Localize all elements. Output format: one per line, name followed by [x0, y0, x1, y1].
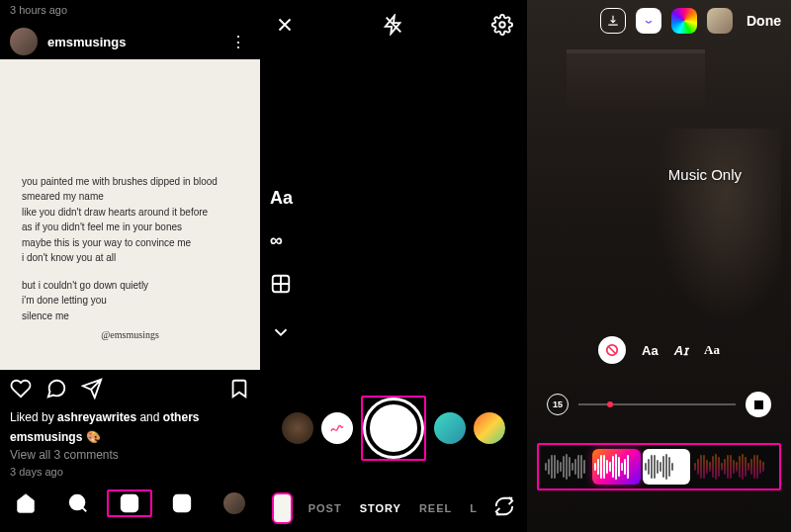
playback-row: 15 — [527, 392, 791, 417]
post-header: emsmusings ⋮ — [0, 24, 260, 59]
lyric-style-b[interactable]: Aɪ — [674, 343, 688, 358]
author-avatar[interactable] — [10, 28, 38, 55]
wave-segment-future[interactable] — [692, 449, 775, 485]
post-actions — [0, 370, 260, 407]
lyric-style-c[interactable]: Aa — [704, 342, 720, 358]
gallery-thumb-button[interactable] — [272, 492, 293, 524]
profile-avatar-icon — [223, 492, 245, 514]
tag-avatar-icon[interactable] — [707, 8, 733, 34]
music-only-label: Music Only — [668, 166, 742, 183]
create-tab-icon[interactable] — [107, 489, 152, 517]
layout-tool-icon[interactable] — [270, 273, 293, 300]
liked-by-others[interactable]: others — [163, 410, 200, 424]
post-timestamp: 3 days ago — [0, 464, 260, 484]
editor-topbar: Done — [600, 8, 781, 34]
profile-tab-icon[interactable] — [212, 489, 257, 517]
flash-off-icon[interactable] — [383, 14, 404, 40]
poem-signature: @emsmusings — [22, 329, 238, 340]
camera-bottom-row: POST STORY REEL L — [260, 492, 527, 524]
filter-thumb-1[interactable] — [282, 412, 313, 444]
like-icon[interactable] — [10, 378, 32, 403]
post-image[interactable]: you painted me with brushes dipped in bl… — [0, 59, 260, 370]
liked-by-user[interactable]: ashreyawrites — [57, 410, 136, 424]
progress-handle[interactable] — [607, 401, 613, 407]
filter-thumb-3[interactable] — [434, 412, 466, 444]
feed-panel: 3 hours ago emsmusings ⋮ you painted me … — [0, 0, 260, 532]
poem-text: you painted me with brushes dipped in bl… — [22, 174, 238, 336]
mode-post[interactable]: POST — [308, 502, 342, 514]
text-tool-icon[interactable]: Aa — [270, 188, 293, 209]
more-tools-chevron-icon[interactable] — [270, 321, 293, 348]
shutter-highlight — [361, 396, 426, 461]
more-options-icon[interactable]: ⋮ — [226, 29, 250, 55]
author-username[interactable]: emsmusings — [47, 35, 226, 49]
bottom-tabbar — [0, 484, 260, 519]
reels-tab-icon[interactable] — [159, 489, 205, 517]
audio-scrubber[interactable] — [537, 443, 781, 490]
share-icon[interactable] — [81, 378, 103, 403]
mode-story[interactable]: STORY — [360, 502, 401, 514]
shutter-button[interactable] — [366, 400, 421, 456]
wave-segment-past[interactable] — [543, 449, 590, 485]
duration-badge[interactable]: 15 — [547, 394, 569, 415]
poem-stanza-2: but i couldn't go down quietly i'm done … — [22, 278, 238, 324]
caption-username[interactable]: emsmusings — [10, 430, 82, 444]
download-icon[interactable] — [600, 8, 626, 34]
story-camera-panel: Aa ∞ POST STORY REEL L — [260, 0, 527, 532]
wave-segment-selected-b[interactable] — [643, 449, 690, 485]
capture-modes[interactable]: POST STORY REEL L — [308, 502, 478, 514]
boomerang-tool-icon[interactable]: ∞ — [270, 230, 293, 251]
comment-icon[interactable] — [45, 378, 67, 403]
no-lyrics-icon[interactable] — [598, 336, 626, 364]
likes-line[interactable]: Liked by ashreyawrites and others — [0, 407, 260, 428]
lyric-style-row: Aa Aɪ Aa — [527, 336, 791, 364]
mode-extra[interactable]: L — [470, 502, 478, 514]
mode-reel[interactable]: REEL — [419, 502, 452, 514]
camera-topbar — [260, 0, 527, 40]
poem-stanza-1: you painted me with brushes dipped in bl… — [22, 174, 238, 266]
svg-point-3 — [499, 22, 505, 28]
settings-icon[interactable] — [491, 14, 513, 40]
music-editor-panel: Done Music Only Aa Aɪ Aa 15 — [527, 0, 791, 532]
flip-camera-icon[interactable] — [493, 495, 515, 521]
caption-emoji: 🎨 — [86, 430, 101, 444]
lyric-style-a[interactable]: Aa — [642, 343, 659, 358]
home-tab-icon[interactable] — [3, 489, 48, 517]
effects-icon[interactable] — [671, 8, 697, 34]
caption: emsmusings 🎨 — [0, 428, 260, 446]
progress-track[interactable] — [578, 403, 736, 405]
search-tab-icon[interactable] — [55, 489, 101, 517]
filter-thumb-4[interactable] — [474, 412, 505, 444]
story-side-tools: Aa ∞ — [270, 188, 293, 348]
filter-carousel[interactable] — [260, 396, 527, 461]
prev-post-timestamp: 3 hours ago — [0, 0, 260, 24]
done-button[interactable]: Done — [747, 13, 781, 29]
stop-button[interactable] — [746, 392, 771, 417]
wave-segment-selected-a[interactable] — [592, 449, 640, 485]
svg-point-0 — [70, 495, 85, 510]
view-comments-link[interactable]: View all 3 comments — [0, 446, 260, 464]
sticker-icon[interactable] — [636, 8, 661, 34]
close-icon[interactable] — [274, 14, 296, 40]
filter-thumb-2[interactable] — [321, 412, 353, 444]
save-icon[interactable] — [228, 378, 250, 403]
